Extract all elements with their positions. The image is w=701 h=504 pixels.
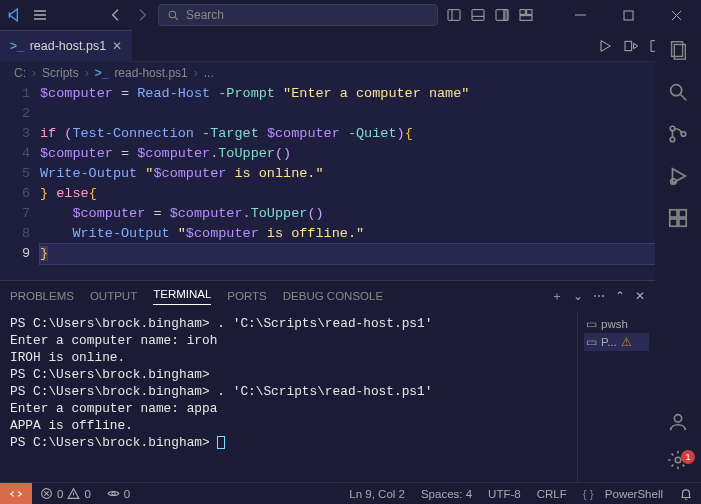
nav-forward-icon[interactable] <box>134 7 150 23</box>
svg-point-20 <box>671 179 677 185</box>
vscode-logo-icon <box>6 7 22 23</box>
svg-point-17 <box>670 126 675 131</box>
panel-more-icon[interactable]: ⋯ <box>593 289 605 304</box>
accounts-icon[interactable] <box>666 410 690 434</box>
title-bar: Search <box>0 0 701 30</box>
terminal-dropdown-icon[interactable]: ⌄ <box>573 289 583 304</box>
ports-icon <box>107 487 120 500</box>
warning-icon <box>67 487 80 500</box>
source-control-icon[interactable] <box>666 122 690 146</box>
status-indentation[interactable]: Spaces: 4 <box>413 488 480 500</box>
breadcrumb[interactable]: C: › Scripts › >_ read-host.ps1 › ... <box>0 62 701 84</box>
panel-tab-problems[interactable]: PROBLEMS <box>10 290 74 302</box>
svg-point-28 <box>112 492 115 495</box>
terminal-item-active[interactable]: ▭ P... ⚠ <box>584 333 649 351</box>
breadcrumb-seg-more[interactable]: ... <box>204 66 214 80</box>
new-terminal-button[interactable]: ＋ <box>551 289 563 304</box>
svg-rect-24 <box>679 219 686 226</box>
layout-panel-icon[interactable] <box>470 7 486 23</box>
svg-rect-9 <box>625 41 632 50</box>
svg-rect-7 <box>520 16 532 21</box>
status-encoding[interactable]: UTF-8 <box>480 488 529 500</box>
notification-badge[interactable]: 1 <box>681 450 695 464</box>
terminal-list: ▭ pwsh ▭ P... ⚠ <box>577 311 655 482</box>
panel-tab-bar: PROBLEMS OUTPUT TERMINAL PORTS DEBUG CON… <box>0 281 655 311</box>
svg-point-26 <box>675 457 681 463</box>
status-eol[interactable]: CRLF <box>529 488 575 500</box>
line-number-gutter: 1 2 3 4 5 6 7 8 9 <box>0 84 40 264</box>
tab-read-host[interactable]: >_ read-host.ps1 ✕ <box>0 30 132 62</box>
editor-tab-bar: >_ read-host.ps1 ✕ <box>0 30 701 62</box>
command-center-search[interactable]: Search <box>158 4 438 26</box>
code-content[interactable]: $computer = Read-Host -Prompt "Enter a c… <box>40 84 701 264</box>
layout-customize-icon[interactable] <box>518 7 534 23</box>
terminal-shell-icon: ▭ <box>586 317 597 331</box>
svg-rect-1 <box>448 10 460 21</box>
status-cursor-position[interactable]: Ln 9, Col 2 <box>341 488 413 500</box>
bell-icon <box>679 487 693 501</box>
tab-close-button[interactable]: ✕ <box>112 39 122 53</box>
nav-back-icon[interactable] <box>108 7 124 23</box>
maximize-panel-icon[interactable]: ⌃ <box>615 289 625 304</box>
panel-tab-debug-console[interactable]: DEBUG CONSOLE <box>283 290 383 302</box>
window-minimize-button[interactable] <box>560 0 600 30</box>
terminal-cursor <box>217 436 225 449</box>
terminal-output[interactable]: PS C:\Users\brock.bingham> . 'C:\Scripts… <box>0 311 577 482</box>
layout-sidebar-right-icon[interactable] <box>494 7 510 23</box>
powershell-file-icon: >_ <box>10 39 24 53</box>
run-selection-icon[interactable] <box>623 38 639 54</box>
extensions-icon[interactable] <box>666 206 690 230</box>
error-icon <box>40 487 53 500</box>
svg-rect-21 <box>670 210 677 217</box>
status-notifications-icon[interactable] <box>671 487 701 501</box>
status-bar: 0 0 0 Ln 9, Col 2 Spaces: 4 UTF-8 CRLF {… <box>0 482 701 504</box>
status-ports[interactable]: 0 <box>99 487 138 500</box>
activity-bar: 1 <box>655 30 701 482</box>
svg-point-18 <box>670 137 675 142</box>
svg-point-25 <box>674 415 681 422</box>
svg-rect-22 <box>679 210 686 217</box>
explorer-icon[interactable] <box>666 38 690 62</box>
run-debug-icon[interactable] <box>666 164 690 188</box>
window-maximize-button[interactable] <box>608 0 648 30</box>
breadcrumb-seg-file[interactable]: read-host.ps1 <box>114 66 187 80</box>
svg-rect-2 <box>472 10 484 21</box>
panel-tab-ports[interactable]: PORTS <box>227 290 266 302</box>
window-close-button[interactable] <box>656 0 696 30</box>
close-panel-button[interactable]: ✕ <box>635 289 645 304</box>
svg-rect-6 <box>527 10 532 15</box>
svg-rect-23 <box>670 219 677 226</box>
breadcrumb-seg-folder[interactable]: Scripts <box>42 66 79 80</box>
panel-tab-terminal[interactable]: TERMINAL <box>153 288 211 305</box>
search-icon <box>167 9 180 22</box>
search-icon[interactable] <box>666 80 690 104</box>
warning-icon: ⚠ <box>621 335 632 349</box>
status-problems[interactable]: 0 0 <box>32 487 99 500</box>
terminal-shell-icon: ▭ <box>586 335 597 349</box>
panel-tab-output[interactable]: OUTPUT <box>90 290 137 302</box>
layout-sidebar-left-icon[interactable] <box>446 7 462 23</box>
svg-rect-5 <box>520 10 525 15</box>
search-placeholder: Search <box>186 8 224 22</box>
remote-indicator[interactable] <box>0 483 32 505</box>
bottom-panel: PROBLEMS OUTPUT TERMINAL PORTS DEBUG CON… <box>0 280 655 482</box>
svg-rect-8 <box>624 11 633 20</box>
terminal-item-pwsh[interactable]: ▭ pwsh <box>584 315 649 333</box>
status-language-mode[interactable]: { } PowerShell <box>575 488 671 500</box>
run-icon[interactable] <box>597 38 613 54</box>
svg-rect-4 <box>504 10 508 21</box>
breadcrumb-seg-drive[interactable]: C: <box>14 66 26 80</box>
powershell-file-icon: >_ <box>95 66 109 80</box>
tab-label: read-host.ps1 <box>30 39 106 53</box>
svg-point-0 <box>169 11 176 18</box>
svg-point-16 <box>671 85 682 96</box>
code-editor[interactable]: 1 2 3 4 5 6 7 8 9 $computer = Read-Host … <box>0 84 701 264</box>
menu-icon[interactable] <box>32 7 48 23</box>
